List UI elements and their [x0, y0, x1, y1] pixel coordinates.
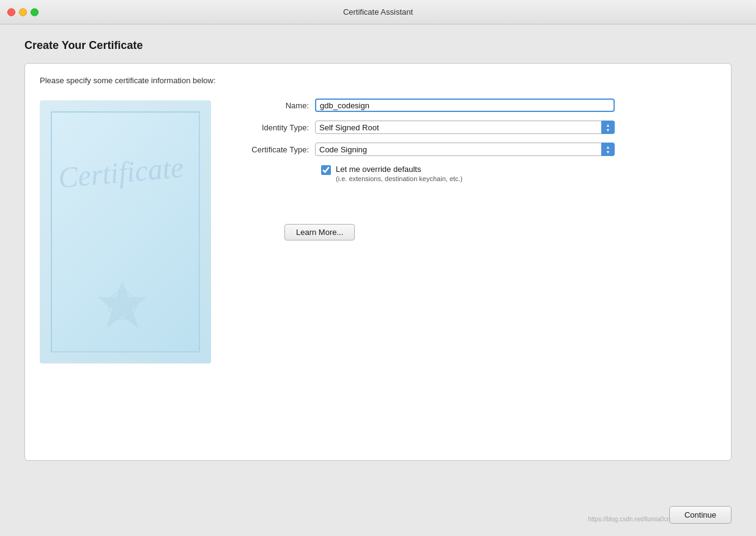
continue-button[interactable]: Continue: [669, 506, 732, 524]
override-label-group: Let me override defaults (i.e. extension…: [336, 165, 462, 182]
certificate-type-label: Certificate Type:: [235, 145, 315, 154]
form-area: Name: Identity Type: Self Signed Root In…: [211, 99, 716, 240]
traffic-lights: [7, 8, 39, 16]
title-bar: Certificate Assistant: [0, 0, 756, 24]
learn-more-button[interactable]: Learn More...: [284, 224, 355, 240]
certificate-type-row: Certificate Type: Code Signing SSL Email…: [235, 143, 716, 156]
maximize-button[interactable]: [31, 8, 39, 16]
override-checkbox[interactable]: [321, 165, 331, 175]
cert-seal: [95, 278, 150, 333]
cert-watermark-text: Certificate: [57, 150, 185, 195]
window-title: Certificate Assistant: [343, 7, 413, 17]
svg-marker-0: [98, 281, 147, 328]
close-button[interactable]: [7, 8, 15, 16]
identity-type-label: Identity Type:: [235, 123, 315, 132]
certificate-type-select[interactable]: Code Signing SSL Email Protection S/MIME: [315, 143, 615, 156]
learn-more-row: Learn More...: [235, 204, 716, 240]
cert-inner-border: [51, 111, 200, 352]
certificate-form-card: Please specify some certificate informat…: [24, 63, 732, 461]
identity-type-select[interactable]: Self Signed Root Intermediate CA Root CA: [315, 121, 615, 134]
override-checkbox-row: Let me override defaults (i.e. extension…: [315, 165, 716, 182]
cert-outer-border: [40, 100, 211, 363]
identity-type-row: Identity Type: Self Signed Root Intermed…: [235, 121, 716, 134]
svg-point-1: [109, 292, 136, 319]
minimize-button[interactable]: [19, 8, 27, 16]
override-checkbox-wrapper: Let me override defaults (i.e. extension…: [321, 165, 462, 182]
certificate-decoration: Certificate: [40, 100, 211, 363]
watermark-url: https://blog.csdn.net/llumia0cn: [588, 516, 670, 523]
card-instructions: Please specify some certificate informat…: [40, 76, 716, 85]
override-main-label: Let me override defaults: [336, 165, 462, 174]
main-content: Create Your Certificate Please specify s…: [0, 24, 756, 536]
override-sub-label: (i.e. extensions, destination keychain, …: [336, 175, 462, 182]
identity-type-select-wrapper: Self Signed Root Intermediate CA Root CA: [315, 121, 615, 134]
name-label: Name:: [235, 101, 315, 110]
name-input[interactable]: [315, 99, 615, 112]
certificate-type-select-wrapper: Code Signing SSL Email Protection S/MIME: [315, 143, 615, 156]
name-row: Name:: [235, 99, 716, 112]
page-title: Create Your Certificate: [24, 39, 732, 52]
